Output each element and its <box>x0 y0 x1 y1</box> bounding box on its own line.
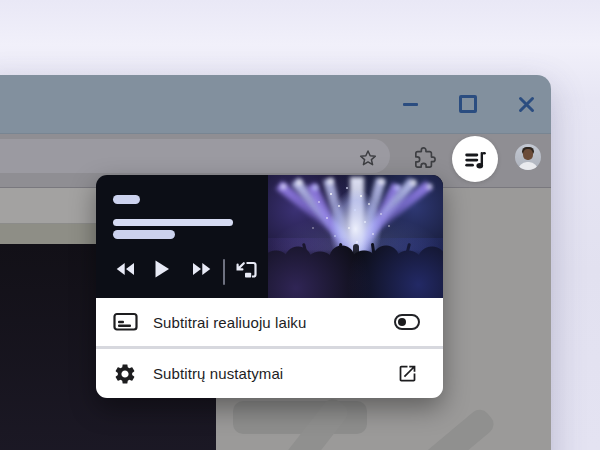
play-button[interactable] <box>154 260 170 278</box>
previous-track-button[interactable] <box>116 262 135 276</box>
media-artwork-thumbnail <box>268 175 443 298</box>
window-titlebar[interactable] <box>0 75 551 134</box>
skeleton-card <box>233 401 367 434</box>
maximize-icon <box>459 95 477 113</box>
avatar-face <box>523 149 533 160</box>
caption-settings-menu-item[interactable]: Subtitrų nustatymai <box>96 349 443 398</box>
profile-avatar[interactable] <box>515 144 541 170</box>
toggle-thumb <box>398 318 406 326</box>
maximize-button[interactable] <box>459 95 477 113</box>
live-caption-menu-item[interactable]: Subtitrai realiuoju laiku <box>96 298 443 346</box>
controls-separator <box>223 259 225 285</box>
artist-placeholder-bar <box>113 219 233 226</box>
media-controls-button[interactable] <box>452 136 498 182</box>
window-controls <box>401 75 535 133</box>
external-link-icon <box>397 363 418 384</box>
live-caption-label: Subtitrai realiuoju laiku <box>153 314 394 331</box>
live-caption-toggle[interactable] <box>394 314 420 330</box>
media-info-section <box>96 175 268 298</box>
next-track-button[interactable] <box>192 262 211 276</box>
avatar-shirt <box>518 162 538 170</box>
close-button[interactable] <box>517 95 535 113</box>
media-session-panel <box>96 175 443 298</box>
confetti-particles <box>268 175 270 177</box>
settings-gear-icon <box>112 362 138 386</box>
source-placeholder-bar <box>113 230 175 239</box>
live-caption-icon <box>112 312 138 332</box>
next-track-icon <box>192 262 211 276</box>
minimize-button[interactable] <box>401 95 419 113</box>
previous-track-icon <box>116 262 135 276</box>
crowd-light-tint <box>268 238 443 298</box>
picture-in-picture-icon <box>234 260 258 281</box>
media-controls-music-note-icon <box>462 146 488 172</box>
skeleton-card <box>384 406 497 450</box>
close-icon <box>518 96 535 113</box>
title-placeholder-bar <box>113 195 140 204</box>
extensions-puzzle-icon <box>414 147 436 169</box>
play-icon <box>154 260 170 278</box>
open-external-button[interactable] <box>397 363 418 384</box>
bookmark-star-button[interactable] <box>358 148 378 168</box>
picture-in-picture-button[interactable] <box>234 260 258 281</box>
extensions-button[interactable] <box>414 147 436 169</box>
caption-settings-label: Subtitrų nustatymai <box>153 365 397 382</box>
global-media-controls-popup: Subtitrai realiuoju laiku Subtitrų nusta… <box>96 175 443 398</box>
address-bar[interactable] <box>0 139 390 173</box>
star-icon <box>358 148 378 168</box>
minimize-icon <box>403 103 418 106</box>
desktop-background: Subtitrai realiuoju laiku Subtitrų nusta… <box>0 0 600 450</box>
